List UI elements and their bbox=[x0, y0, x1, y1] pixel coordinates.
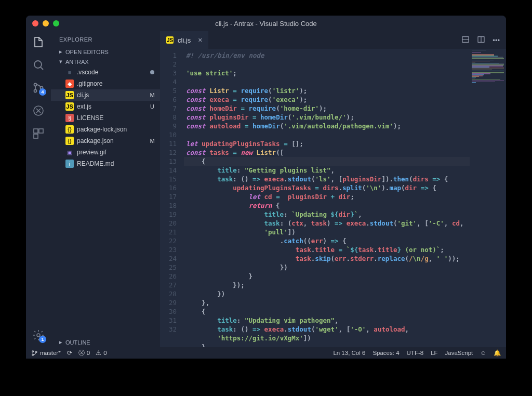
json-icon: {} bbox=[65, 125, 74, 134]
git-icon: ◆ bbox=[65, 80, 74, 88]
section-outline[interactable]: ▸OUTLINE bbox=[51, 337, 160, 347]
notifications-icon[interactable]: 🔔 bbox=[494, 349, 501, 357]
js-icon: JS bbox=[65, 102, 74, 111]
file-package-lock-json[interactable]: {}package-lock.json bbox=[51, 124, 160, 135]
tab-bar: JS cli.js × ••• bbox=[160, 31, 506, 49]
file-label: .vscode bbox=[77, 69, 98, 76]
maximize-window-icon[interactable] bbox=[53, 20, 59, 27]
file-status: M bbox=[149, 92, 156, 98]
extensions-icon[interactable] bbox=[32, 127, 45, 140]
folder-icon: ■ bbox=[65, 68, 74, 76]
file-status: M bbox=[149, 138, 156, 144]
svg-point-0 bbox=[34, 61, 42, 68]
svg-rect-6 bbox=[39, 129, 43, 133]
close-window-icon[interactable] bbox=[32, 20, 38, 27]
file-README-md[interactable]: iREADME.md bbox=[51, 158, 160, 169]
tab-cli-js[interactable]: JS cli.js × bbox=[160, 31, 208, 49]
file-LICENSE[interactable]: §LICENSE bbox=[51, 112, 160, 124]
modified-dot-icon bbox=[150, 70, 154, 74]
lic-icon: § bbox=[65, 114, 74, 122]
svg-rect-7 bbox=[34, 134, 38, 138]
svg-point-13 bbox=[35, 351, 37, 352]
indentation[interactable]: Spaces: 4 bbox=[373, 350, 399, 356]
more-icon[interactable]: ••• bbox=[493, 36, 500, 44]
js-icon: JS bbox=[65, 91, 74, 99]
scm-icon[interactable]: 4 bbox=[32, 81, 45, 95]
file-preview-gif[interactable]: ▣preview.gif bbox=[51, 147, 160, 158]
debug-icon[interactable] bbox=[32, 104, 45, 117]
file-label: README.md bbox=[77, 160, 114, 167]
split-horizontal-icon[interactable] bbox=[461, 35, 470, 45]
window-title: cli.js - Antrax - Visual Studio Code bbox=[26, 20, 506, 28]
file-label: ext.js bbox=[77, 103, 91, 110]
section-project[interactable]: ▾ANTRAX bbox=[51, 57, 160, 67]
file-label: .gitignore bbox=[77, 80, 102, 87]
svg-point-11 bbox=[32, 350, 34, 352]
section-open-editors[interactable]: ▸OPEN EDITORS bbox=[51, 47, 160, 57]
minimap[interactable] bbox=[470, 49, 506, 347]
explorer-icon[interactable] bbox=[32, 35, 45, 49]
statusbar: master* ⟳ ⓧ0 ⚠0 Ln 13, Col 6 Spaces: 4 U… bbox=[26, 347, 506, 359]
encoding[interactable]: UTF-8 bbox=[407, 350, 424, 356]
line-gutter: 1234567891011121314151617181920212223242… bbox=[160, 49, 184, 347]
svg-point-1 bbox=[34, 84, 37, 86]
settings-badge: 1 bbox=[39, 336, 46, 343]
file-label: package-lock.json bbox=[77, 126, 127, 133]
file--vscode[interactable]: ■.vscode bbox=[51, 67, 160, 78]
img-icon: ▣ bbox=[65, 148, 74, 156]
split-editor-icon[interactable] bbox=[477, 35, 485, 45]
titlebar: cli.js - Antrax - Visual Studio Code bbox=[26, 16, 506, 31]
minimize-window-icon[interactable] bbox=[43, 20, 49, 27]
code-area[interactable]: #! /usr/bin/env node 'use strict'; const… bbox=[184, 49, 506, 347]
sidebar: EXPLORER ▸OPEN EDITORS ▾ANTRAX ■.vscode◆… bbox=[51, 31, 160, 347]
scm-badge: 4 bbox=[39, 88, 46, 96]
search-icon[interactable] bbox=[32, 58, 45, 72]
sidebar-title: EXPLORER bbox=[51, 31, 160, 47]
settings-gear-icon[interactable]: 1 bbox=[32, 328, 45, 342]
close-tab-icon[interactable]: × bbox=[198, 36, 202, 44]
js-icon: JS bbox=[166, 36, 174, 44]
feedback-icon[interactable]: ☺ bbox=[480, 350, 486, 356]
file-label: LICENSE bbox=[77, 114, 103, 122]
branch-indicator[interactable]: master* bbox=[31, 350, 61, 357]
file-cli-js[interactable]: JScli.jsM bbox=[51, 89, 160, 101]
file-label: package.json bbox=[77, 137, 114, 144]
file-ext-js[interactable]: JSext.jsU bbox=[51, 101, 160, 112]
svg-point-12 bbox=[32, 354, 34, 355]
svg-rect-5 bbox=[34, 129, 38, 133]
file--gitignore[interactable]: ◆.gitignore bbox=[51, 78, 160, 89]
tab-label: cli.js bbox=[178, 36, 191, 44]
file-package-json[interactable]: {}package.jsonM bbox=[51, 135, 160, 147]
file-label: preview.gif bbox=[77, 149, 107, 156]
problems-indicator[interactable]: ⓧ0 ⚠0 bbox=[78, 349, 107, 357]
cursor-position[interactable]: Ln 13, Col 6 bbox=[333, 350, 365, 356]
json-icon: {} bbox=[65, 137, 74, 145]
svg-point-2 bbox=[34, 90, 37, 93]
md-icon: i bbox=[65, 160, 74, 168]
activity-bar: 4 1 bbox=[26, 31, 51, 347]
sync-icon[interactable]: ⟳ bbox=[67, 349, 72, 357]
file-status: U bbox=[149, 103, 156, 110]
language-mode[interactable]: JavaScript bbox=[445, 350, 473, 356]
file-label: cli.js bbox=[77, 91, 89, 99]
eol[interactable]: LF bbox=[431, 350, 437, 356]
